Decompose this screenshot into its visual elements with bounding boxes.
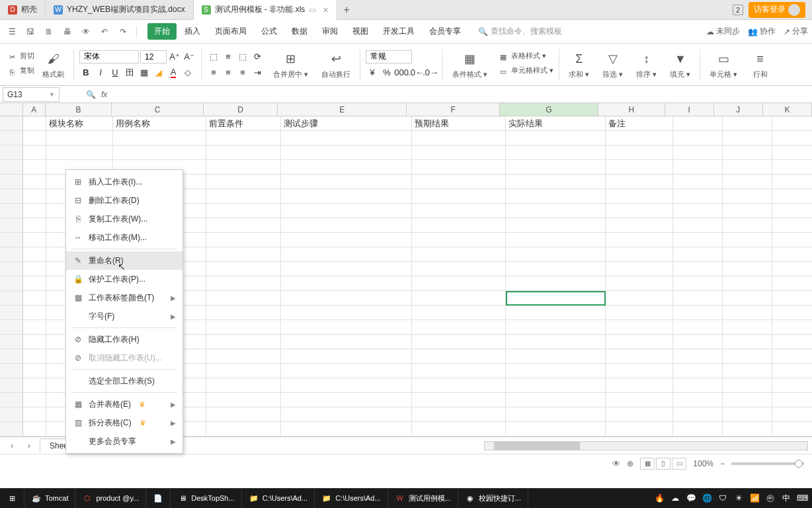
col-header-D[interactable]: D <box>204 103 278 116</box>
copy-icon[interactable]: ⎘ <box>5 65 19 79</box>
col-header-J[interactable]: J <box>714 103 763 116</box>
align-bottom-button[interactable]: ⬚ <box>236 50 249 64</box>
grid-cell[interactable] <box>606 349 673 364</box>
grid-cell[interactable] <box>281 291 412 306</box>
grid-cell[interactable] <box>673 349 723 364</box>
save-as-button[interactable]: 🗎 <box>41 24 57 40</box>
grid-cell[interactable] <box>606 146 673 160</box>
grid-cell[interactable] <box>206 160 281 175</box>
grid-cell[interactable] <box>723 160 772 175</box>
grid-cell[interactable] <box>723 291 772 306</box>
header-cell[interactable] <box>23 116 46 131</box>
grid-cell[interactable] <box>772 364 812 378</box>
col-header-G[interactable]: G <box>500 103 598 116</box>
grid-cell[interactable] <box>723 422 772 437</box>
grid-cell[interactable] <box>412 131 506 146</box>
grid-cell[interactable] <box>606 233 673 247</box>
header-cell[interactable] <box>723 116 772 131</box>
taskbar-notepad[interactable]: 📄 <box>146 488 171 508</box>
ctx-protect-sheet[interactable]: 🔒保护工作表(P)... <box>66 270 183 288</box>
grid-cell[interactable] <box>412 276 506 291</box>
ctx-move-sheet[interactable]: ↔移动工作表(M)... <box>66 228 183 247</box>
merge-center-button[interactable]: ⊞ 合并居中 ▾ <box>269 50 312 79</box>
number-format-select[interactable] <box>366 50 412 64</box>
new-tab-button[interactable]: + <box>337 4 356 16</box>
grid-cell[interactable] <box>506 189 606 204</box>
grid-cell[interactable] <box>673 262 723 276</box>
ctx-more-vip[interactable]: 更多会员专享▶ <box>66 432 183 450</box>
grid-cell[interactable] <box>606 364 673 378</box>
grid-cell[interactable] <box>412 291 506 306</box>
grid-cell[interactable] <box>281 276 412 291</box>
grid-cell[interactable] <box>723 349 772 364</box>
grid-cell[interactable] <box>412 247 506 262</box>
grid-cell[interactable] <box>506 131 606 146</box>
grid-cell[interactable] <box>23 276 46 291</box>
ribbon-tab-vip[interactable]: 会员专享 <box>423 23 467 40</box>
tray-icon[interactable]: 🌐 <box>701 492 713 504</box>
grid-cell[interactable] <box>206 276 281 291</box>
grid-cell[interactable] <box>206 349 281 364</box>
view-break-button[interactable]: ▭ <box>672 458 686 470</box>
tray-icon[interactable]: ☁ <box>669 492 681 504</box>
grid-cell[interactable] <box>23 189 46 204</box>
scrollbar-thumb[interactable] <box>494 442 580 450</box>
grid-cell[interactable] <box>23 291 46 306</box>
header-cell[interactable]: 用例名称 <box>113 116 206 131</box>
grid-cell[interactable] <box>506 218 606 233</box>
grid-cell[interactable] <box>113 146 206 160</box>
grid-cell[interactable] <box>23 393 46 407</box>
name-box[interactable]: G13 ▼ <box>3 87 60 102</box>
taskbar-tomcat[interactable]: ☕Tomcat <box>24 488 75 508</box>
grid-cell[interactable] <box>206 146 281 160</box>
grid-cell[interactable] <box>606 422 673 437</box>
col-header-A[interactable]: A <box>23 103 46 116</box>
grid-cell[interactable] <box>506 378 606 393</box>
table-style-icon[interactable]: ▦ <box>497 51 510 64</box>
grid-cell[interactable] <box>772 131 812 146</box>
ctx-split-tables[interactable]: ▥拆分表格(C)♛▶ <box>66 413 183 432</box>
grid-cell[interactable] <box>673 364 723 378</box>
grid-cell[interactable] <box>281 262 412 276</box>
grid-cell[interactable] <box>723 335 772 349</box>
redo-button[interactable]: ↷ <box>115 24 131 40</box>
grid-cell[interactable] <box>23 306 46 320</box>
grid-cell[interactable] <box>673 247 723 262</box>
grid-cell[interactable] <box>412 218 506 233</box>
sheet-nav-next[interactable]: › <box>21 438 37 454</box>
grid-cell[interactable] <box>772 160 812 175</box>
grid-cell[interactable] <box>281 204 412 218</box>
ribbon-tab-view[interactable]: 视图 <box>346 23 375 40</box>
tab-docx[interactable]: W YHZY_WEB端测试项目实战.docx <box>46 0 194 20</box>
tab-close-icon[interactable]: × <box>323 5 328 15</box>
grid-cell[interactable] <box>206 262 281 276</box>
grid-cell[interactable] <box>673 422 723 437</box>
zoom-slider[interactable] <box>731 462 804 465</box>
grid-cell[interactable] <box>606 262 673 276</box>
taskbar-folder2[interactable]: 📁C:\Users\Ad... <box>315 488 387 508</box>
orientation-button[interactable]: ⟳ <box>251 50 264 64</box>
grid-cell[interactable] <box>606 247 673 262</box>
ctx-font-size[interactable]: 字号(F)▶ <box>66 307 183 325</box>
grid-cell[interactable] <box>412 393 506 407</box>
grid-cell[interactable] <box>23 146 46 160</box>
grid-cell[interactable] <box>772 407 812 422</box>
zoom-level[interactable]: 100% <box>693 459 713 468</box>
decrease-font-button[interactable]: A⁻ <box>183 50 196 64</box>
grid-cell[interactable] <box>281 335 412 349</box>
grid-cell[interactable] <box>412 320 506 335</box>
grid-cell[interactable] <box>23 335 46 349</box>
tray-icon[interactable]: 📶 <box>749 492 760 504</box>
grid-cell[interactable] <box>606 407 673 422</box>
zoom-out-button[interactable]: − <box>720 459 725 468</box>
increase-font-button[interactable]: A⁺ <box>168 50 181 64</box>
taskbar-folder1[interactable]: 📁C:\Users\Ad... <box>242 488 315 508</box>
grid-cell[interactable] <box>723 393 772 407</box>
notification-badge[interactable]: 2 <box>733 5 743 15</box>
grid-icon[interactable]: ⊕ <box>627 459 633 468</box>
grid-cell[interactable] <box>23 247 46 262</box>
grid-cell[interactable] <box>23 349 46 364</box>
col-header-B[interactable]: B <box>46 103 112 116</box>
grid-cell[interactable] <box>723 364 772 378</box>
sort-button[interactable]: ↕排序 ▾ <box>632 50 661 79</box>
